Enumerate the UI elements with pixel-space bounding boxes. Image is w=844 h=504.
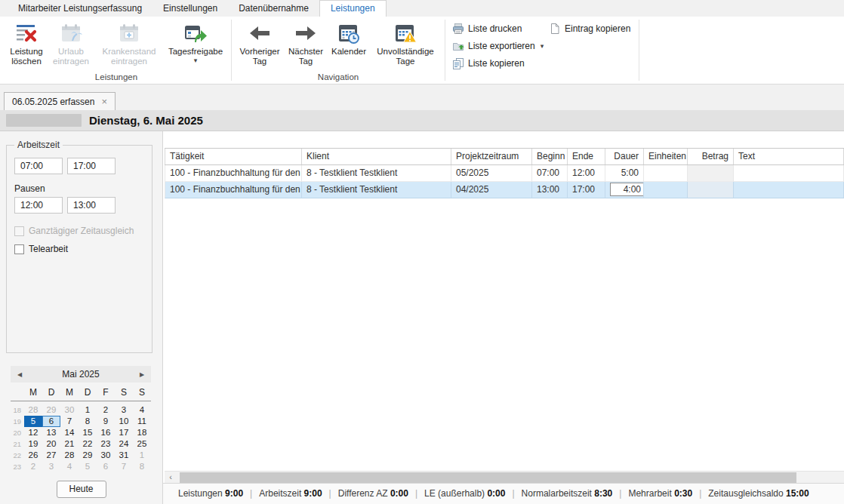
ribbon-tab[interactable]: Datenübernahme xyxy=(228,1,319,17)
pause-end-input[interactable] xyxy=(67,197,116,214)
liste-exportieren-dropdown-caret[interactable]: ▾ xyxy=(541,42,544,50)
column-header[interactable]: Projektzeitraum xyxy=(451,149,532,164)
scrollbar-thumb[interactable] xyxy=(180,472,796,483)
close-icon[interactable]: × xyxy=(101,97,107,106)
column-header[interactable]: Text xyxy=(734,149,844,164)
calendar-day[interactable]: 3 xyxy=(42,461,60,472)
calendar-day[interactable]: 29 xyxy=(42,404,60,416)
calendar-day[interactable]: 24 xyxy=(115,438,133,450)
pause-start-input[interactable] xyxy=(14,197,63,214)
calendar-day[interactable]: 23 xyxy=(97,438,115,450)
calendar-day[interactable]: 21 xyxy=(60,438,79,450)
horizontal-scrollbar[interactable]: ‹ xyxy=(165,471,844,483)
calendar-day[interactable]: 22 xyxy=(79,438,97,450)
calendar-day[interactable]: 28 xyxy=(60,450,79,461)
ribbon-tab[interactable]: Einstellungen xyxy=(152,1,228,17)
column-header[interactable]: Beginn xyxy=(532,149,568,164)
calendar-day[interactable]: 17 xyxy=(115,427,133,438)
table-cell[interactable]: 8 - Testklient Testklient xyxy=(302,182,451,198)
leistung-loeschen-button[interactable]: Leistung löschen xyxy=(5,20,48,66)
calendar-day[interactable]: 11 xyxy=(133,416,151,427)
heute-button[interactable]: Heute xyxy=(57,481,106,498)
table-cell[interactable]: 4:00 xyxy=(605,182,644,198)
vorheriger-tag-button[interactable]: Vorheriger Tag xyxy=(236,20,284,66)
naechster-tag-button[interactable]: Nächster Tag xyxy=(284,20,328,66)
calendar-day[interactable]: 4 xyxy=(60,461,79,472)
table-cell[interactable] xyxy=(734,182,844,198)
liste-drucken-button[interactable]: Liste drucken xyxy=(449,23,546,35)
document-tab[interactable]: 06.05.2025 erfassen × xyxy=(4,92,116,110)
calendar-day[interactable]: 29 xyxy=(79,450,97,461)
ribbon-tab[interactable]: Mitarbeiter Leistungserfassung xyxy=(8,1,152,17)
liste-exportieren-button[interactable]: Liste exportieren ▾ xyxy=(449,40,546,52)
calendar-day[interactable]: 16 xyxy=(97,427,115,438)
calendar-day[interactable]: 30 xyxy=(97,450,115,461)
table-cell[interactable]: 04/2025 xyxy=(451,182,532,198)
column-header[interactable]: Einheiten xyxy=(644,149,688,164)
calendar-day[interactable]: 8 xyxy=(133,461,151,472)
telearbeit-checkbox[interactable]: Telearbeit xyxy=(14,244,152,254)
tagesfreigabe-button[interactable]: Tagesfreigabe ▾ xyxy=(164,20,227,64)
table-cell[interactable] xyxy=(644,165,688,182)
column-header[interactable]: Dauer xyxy=(605,149,644,164)
calendar-next-icon[interactable]: ▶ xyxy=(133,371,151,378)
table-row[interactable]: 100 - Finanzbuchhaltung für den I8 - Tes… xyxy=(165,182,844,198)
unvollstaendige-tage-button[interactable]: Unvollständige Tage xyxy=(370,20,441,66)
table-cell[interactable]: 07:00 xyxy=(532,165,568,182)
calendar-day[interactable]: 19 xyxy=(24,438,42,450)
calendar-day[interactable]: 12 xyxy=(24,427,42,438)
calendar-day[interactable]: 13 xyxy=(42,427,60,438)
table-cell[interactable] xyxy=(688,182,734,198)
calendar-day[interactable]: 15 xyxy=(79,427,97,438)
calendar-day[interactable]: 10 xyxy=(115,416,133,427)
calendar-day[interactable]: 4 xyxy=(133,404,151,416)
table-cell[interactable]: 8 - Testklient Testklient xyxy=(302,165,451,182)
cell-edit-input[interactable]: 4:00 xyxy=(610,183,644,196)
calendar-day[interactable]: 9 xyxy=(97,416,115,427)
calendar-day[interactable]: 2 xyxy=(24,461,42,472)
zeitausgleich-checkbox[interactable]: Ganztägiger Zeitausgleich xyxy=(14,226,152,236)
calendar-day[interactable]: 8 xyxy=(79,416,97,427)
table-cell[interactable]: 5:00 xyxy=(605,165,644,182)
calendar-day[interactable]: 6 xyxy=(42,416,60,427)
arbeitszeit-end-input[interactable] xyxy=(67,158,116,174)
calendar-day[interactable]: 26 xyxy=(24,450,42,461)
calendar-day[interactable]: 28 xyxy=(24,404,42,416)
calendar-day[interactable]: 31 xyxy=(115,450,133,461)
calendar-day[interactable]: 6 xyxy=(97,461,115,472)
tagesfreigabe-dropdown-caret[interactable]: ▾ xyxy=(194,57,198,64)
kalender-button[interactable]: Kalender xyxy=(328,20,370,57)
krankenstand-eintragen-button[interactable]: Krankenstand eintragen xyxy=(94,20,164,66)
calendar-day[interactable]: 27 xyxy=(42,450,60,461)
calendar-day[interactable]: 25 xyxy=(133,438,151,450)
calendar-day[interactable]: 20 xyxy=(42,438,60,450)
liste-kopieren-button[interactable]: Liste kopieren xyxy=(449,57,546,69)
column-header[interactable]: Klient xyxy=(302,149,451,164)
calendar-day[interactable]: 14 xyxy=(60,427,79,438)
table-cell[interactable]: 13:00 xyxy=(532,182,568,198)
ribbon-tab[interactable]: Leistungen xyxy=(319,0,387,17)
calendar-day[interactable]: 30 xyxy=(60,404,79,416)
table-cell[interactable] xyxy=(688,165,734,182)
calendar-day[interactable]: 3 xyxy=(115,404,133,416)
table-cell[interactable] xyxy=(644,182,688,198)
arbeitszeit-start-input[interactable] xyxy=(14,158,63,174)
calendar-day[interactable]: 18 xyxy=(133,427,151,438)
table-cell[interactable] xyxy=(734,165,844,182)
table-cell[interactable]: 05/2025 xyxy=(451,165,532,182)
urlaub-eintragen-button[interactable]: Urlaub eintragen xyxy=(48,20,94,66)
table-cell[interactable]: 17:00 xyxy=(568,182,605,198)
calendar-day[interactable]: 7 xyxy=(60,416,79,427)
calendar-prev-icon[interactable]: ◀ xyxy=(11,371,29,378)
calendar-day[interactable]: 1 xyxy=(133,450,151,461)
calendar-day[interactable]: 7 xyxy=(115,461,133,472)
calendar-day[interactable]: 2 xyxy=(97,404,115,416)
column-header[interactable]: Tätigkeit xyxy=(165,149,302,164)
calendar-day[interactable]: 5 xyxy=(79,461,97,472)
column-header[interactable]: Ende xyxy=(568,149,605,164)
table-cell[interactable]: 12:00 xyxy=(568,165,605,182)
column-header[interactable]: Betrag xyxy=(688,149,734,164)
calendar-day[interactable]: 1 xyxy=(79,404,97,416)
table-cell[interactable]: 100 - Finanzbuchhaltung für den I xyxy=(165,182,302,198)
table-row[interactable]: 100 - Finanzbuchhaltung für den I8 - Tes… xyxy=(165,165,844,182)
